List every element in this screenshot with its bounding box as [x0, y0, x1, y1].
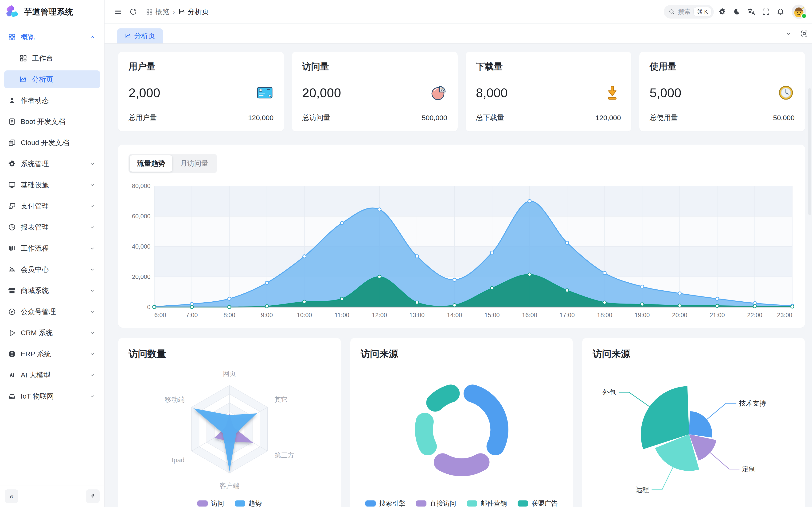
workflow-icon — [8, 244, 16, 252]
sidebar-item-商城系统[interactable]: 商城系统 — [4, 282, 100, 299]
sidebar-item-报表管理[interactable]: 报表管理 — [4, 218, 100, 236]
traffic-trend-card: 流量趋势月访问量 020,00040,00060,00080,0006:007:… — [118, 145, 805, 328]
legend-item-趋势[interactable]: 趋势 — [235, 499, 262, 507]
chart-tab-流量趋势[interactable]: 流量趋势 — [130, 155, 172, 172]
svg-text:23:00: 23:00 — [777, 312, 792, 319]
svg-text:15:00: 15:00 — [485, 312, 500, 319]
sidebar-item-工作流程[interactable]: 工作流程 — [4, 239, 100, 257]
svg-text:16:00: 16:00 — [522, 312, 537, 319]
stat-footer-label: 总使用量 — [650, 113, 678, 122]
sidebar-item-基础设施[interactable]: 基础设施 — [4, 176, 100, 194]
crm-icon — [8, 329, 16, 337]
legend-item-访问[interactable]: 访问 — [197, 499, 224, 507]
sidebar-item-公众号管理[interactable]: 公众号管理 — [4, 303, 100, 321]
tabs-dropdown-button[interactable] — [780, 24, 796, 44]
legend-item-搜索引擎[interactable]: 搜索引擎 — [365, 499, 405, 507]
app-logo[interactable]: 芋道管理系统 — [0, 0, 104, 22]
chevron-down-icon — [88, 308, 96, 315]
svg-text:12:00: 12:00 — [372, 312, 387, 319]
sidebar-item-cloud-开发文档[interactable]: Cloud 开发文档 — [4, 134, 100, 152]
sidebar-item-label: IoT 物联网 — [21, 392, 54, 401]
legend-swatch — [235, 500, 245, 507]
sidebar-item-支付管理[interactable]: 支付管理 — [4, 197, 100, 215]
visit-radar-chart: 网页其它第三方客户端Ipad移动端 — [129, 360, 331, 499]
user-avatar[interactable] — [791, 4, 806, 19]
sidebar-item-label: 支付管理 — [21, 202, 49, 211]
monitor-icon — [8, 181, 16, 189]
breadcrumb-item[interactable]: 概览 — [146, 7, 169, 17]
sidebar-item-作者动态[interactable]: 作者动态 — [4, 92, 100, 109]
stat-card-下载量: 下载量 8,000 总下载量120,000 — [466, 52, 631, 131]
workbench-icon — [19, 54, 27, 62]
chevron-down-icon — [88, 393, 96, 399]
content-fullscreen-button[interactable] — [796, 24, 812, 44]
chart-tab-月访问量[interactable]: 月访问量 — [173, 155, 215, 172]
sidebar-item-概览[interactable]: 概览 — [4, 28, 100, 46]
page-content: 用户量 2,000 总用户量120,000访问量 20,000 % 总访问量50… — [105, 44, 812, 507]
credit-card-icon — [256, 84, 273, 101]
svg-text:80,000: 80,000 — [132, 183, 150, 189]
sidebar-item-boot-开发文档[interactable]: Boot 开发文档 — [4, 113, 100, 130]
svg-text:10:00: 10:00 — [297, 312, 312, 319]
language-button[interactable] — [745, 5, 758, 18]
erp-icon — [8, 350, 16, 358]
translate-icon — [747, 8, 755, 16]
menu-toggle-button[interactable] — [112, 5, 125, 18]
chevron-up-icon — [88, 34, 96, 40]
chart-icon — [19, 75, 27, 83]
sidebar-item-iot-物联网[interactable]: IoT 物联网 — [4, 387, 100, 405]
sidebar-item-erp-系统[interactable]: ERP 系统 — [4, 345, 100, 363]
download-arrow-icon — [604, 84, 621, 101]
sidebar-item-crm-系统[interactable]: CRM 系统 — [4, 324, 100, 342]
stat-footer-label: 总访问量 — [302, 113, 331, 122]
svg-text:远程: 远程 — [636, 486, 649, 493]
stat-title: 使用量 — [650, 61, 795, 72]
payment-icon — [8, 202, 16, 210]
stat-footer-label: 总用户量 — [129, 113, 157, 122]
sidebar-pin-button[interactable] — [86, 490, 100, 503]
sidebar-item-label: 工作台 — [32, 54, 53, 63]
svg-text:第三方: 第三方 — [274, 452, 294, 459]
svg-text:13:00: 13:00 — [409, 312, 424, 319]
app-title: 芋道管理系统 — [24, 7, 73, 17]
svg-text:6:00: 6:00 — [154, 312, 166, 319]
search-shortcut-badge: ⌘ K — [693, 7, 711, 16]
svg-text:20:00: 20:00 — [672, 312, 687, 319]
sidebar-item-工作台[interactable]: 工作台 — [4, 49, 100, 67]
maximize-icon — [762, 8, 770, 16]
compass-icon — [8, 308, 16, 316]
tab-analysis-page[interactable]: 分析页 — [117, 29, 163, 44]
legend-item-联盟广告[interactable]: 联盟广告 — [518, 499, 558, 507]
legend-item-邮件营销[interactable]: 邮件营销 — [467, 499, 507, 507]
sidebar-item-label: 公众号管理 — [21, 307, 56, 317]
iot-icon — [8, 392, 16, 400]
sidebar-collapse-button[interactable]: « — [5, 490, 18, 503]
legend-item-直接访问[interactable]: 直接访问 — [416, 499, 456, 507]
svg-text:%: % — [441, 87, 444, 92]
card-title: 访问来源 — [361, 347, 563, 360]
sidebar-item-会员中心[interactable]: 会员中心 — [4, 261, 100, 278]
gear-icon — [718, 8, 726, 16]
refresh-button[interactable] — [126, 5, 140, 18]
legend-swatch — [518, 500, 528, 507]
legend-swatch — [197, 500, 208, 507]
grid-icon — [8, 33, 16, 41]
sidebar-item-分析页[interactable]: 分析页 — [4, 70, 100, 88]
content-scrollbar[interactable] — [808, 88, 811, 505]
sidebar-item-label: 分析页 — [32, 75, 53, 84]
sidebar-item-ai-大模型[interactable]: AI 大模型 — [4, 366, 100, 384]
sidebar-item-系统管理[interactable]: 系统管理 — [4, 155, 100, 173]
settings-button[interactable] — [716, 5, 729, 18]
stat-card-访问量: 访问量 20,000 % 总访问量500,000 — [292, 52, 457, 131]
svg-text:17:00: 17:00 — [559, 312, 575, 319]
bell-icon — [776, 8, 784, 16]
theme-dark-toggle-button[interactable] — [730, 5, 744, 18]
search-input[interactable]: 搜索 ⌘ K — [664, 5, 714, 18]
legend-swatch — [365, 500, 376, 507]
breadcrumb-item[interactable]: 分析页 — [178, 7, 209, 17]
fullscreen-button[interactable] — [759, 5, 772, 18]
svg-text:外包: 外包 — [603, 388, 616, 396]
chevron-down-icon — [88, 266, 96, 273]
moon-icon — [733, 8, 741, 16]
notifications-button[interactable] — [774, 5, 787, 18]
